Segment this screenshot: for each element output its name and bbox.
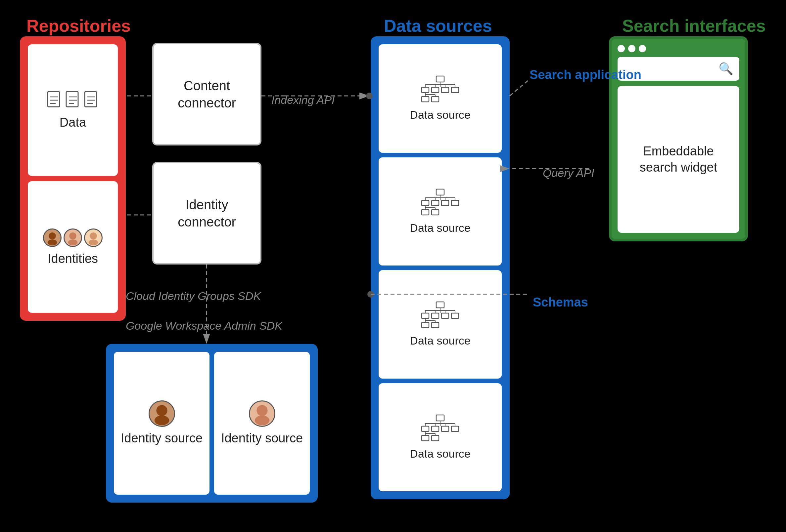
svg-rect-19 xyxy=(422,87,429,93)
document-icons xyxy=(46,91,99,111)
doc-icon-2 xyxy=(65,91,81,111)
svg-rect-58 xyxy=(432,313,439,318)
svg-rect-61 xyxy=(422,322,429,328)
identities-label: Identities xyxy=(48,251,98,266)
identity-face-2 xyxy=(249,401,275,427)
svg-rect-57 xyxy=(422,313,429,318)
schemas-label: Schemas xyxy=(533,294,588,311)
face-1 xyxy=(43,228,62,247)
hierarchy-icon-1 xyxy=(420,75,460,105)
svg-point-16 xyxy=(90,232,97,239)
svg-rect-40 xyxy=(441,200,449,205)
svg-rect-22 xyxy=(452,87,459,93)
svg-rect-62 xyxy=(432,322,439,328)
svg-point-14 xyxy=(69,232,76,239)
identitysource-label-1: Identity source xyxy=(121,431,203,446)
svg-rect-39 xyxy=(432,200,439,205)
data-box: Data xyxy=(28,44,118,176)
widget-label: Embeddable search widget xyxy=(623,143,734,176)
svg-rect-4 xyxy=(66,92,78,107)
svg-line-106 xyxy=(510,79,530,96)
identitysource-label-2: Identity source xyxy=(221,431,303,446)
svg-rect-37 xyxy=(436,189,444,195)
datasource-box-1: Data source xyxy=(378,44,502,153)
svg-rect-75 xyxy=(436,415,444,421)
search-dot-1 xyxy=(618,45,625,52)
svg-rect-21 xyxy=(441,87,449,93)
hierarchy-icon-2 xyxy=(420,189,460,218)
datasource-label-1: Data source xyxy=(410,108,470,121)
content-connector-box: Contentconnector xyxy=(152,43,261,145)
svg-rect-80 xyxy=(422,435,429,441)
svg-rect-18 xyxy=(436,76,444,82)
identity-connector-label: Identityconnector xyxy=(178,196,236,231)
identity-face-1 xyxy=(148,401,175,427)
svg-point-15 xyxy=(68,239,78,245)
svg-point-13 xyxy=(48,239,57,245)
svg-rect-42 xyxy=(422,210,429,215)
svg-rect-0 xyxy=(48,92,60,107)
face-3 xyxy=(84,228,102,247)
svg-rect-60 xyxy=(452,313,459,318)
data-label: Data xyxy=(60,115,86,129)
svg-rect-8 xyxy=(85,92,97,107)
repositories-label: Repositories xyxy=(26,16,131,36)
datasource-box-3: Data source xyxy=(378,270,502,379)
face-2 xyxy=(64,228,82,247)
hierarchy-icon-3 xyxy=(420,301,460,331)
widget-box: Embeddable search widget xyxy=(618,86,739,233)
search-icon: 🔍 xyxy=(718,62,733,76)
identities-box: Identities xyxy=(28,181,118,313)
svg-point-97 xyxy=(254,416,269,426)
diagram-container: Repositories Data sources Search interfa… xyxy=(0,0,786,532)
svg-rect-43 xyxy=(432,210,439,215)
svg-point-94 xyxy=(156,405,167,416)
doc-icon-1 xyxy=(46,91,62,111)
svg-rect-76 xyxy=(422,426,429,432)
datasources-box: Data source xyxy=(371,37,510,499)
identitysource-box-2: Identity source xyxy=(214,352,310,494)
search-dot-2 xyxy=(628,45,635,52)
datasource-label-4: Data source xyxy=(410,448,470,460)
datasource-box-4: Data source xyxy=(378,383,502,492)
content-connector-label: Contentconnector xyxy=(178,77,236,112)
svg-rect-20 xyxy=(432,87,439,93)
query-api-label: Query API xyxy=(543,165,594,181)
datasource-label-3: Data source xyxy=(410,334,470,347)
doc-icon-3 xyxy=(84,91,99,111)
svg-rect-79 xyxy=(452,426,459,432)
searchinterfaces-label: Search interfaces xyxy=(622,16,766,36)
svg-point-96 xyxy=(256,405,268,416)
svg-rect-23 xyxy=(422,97,429,102)
hierarchy-icon-4 xyxy=(420,414,460,444)
cloud-identity-label: Cloud Identity Groups SDK xyxy=(126,288,261,305)
indexing-api-label: Indexing API xyxy=(271,93,335,107)
repositories-box: Data xyxy=(20,37,126,321)
identitysources-box: Identity source Identity source xyxy=(106,344,318,503)
svg-point-95 xyxy=(154,416,169,426)
search-dot-3 xyxy=(639,45,646,52)
svg-rect-41 xyxy=(452,200,459,205)
svg-point-17 xyxy=(89,239,98,245)
identitysource-box-1: Identity source xyxy=(114,352,209,494)
google-workspace-label: Google Workspace Admin SDK xyxy=(126,317,282,334)
svg-rect-38 xyxy=(422,200,429,205)
search-application-label: Search application xyxy=(530,66,641,83)
datasource-box-2: Data source xyxy=(378,158,502,266)
identity-connector-box: Identityconnector xyxy=(152,162,261,265)
search-top-bar xyxy=(618,45,739,52)
svg-rect-81 xyxy=(432,435,439,441)
svg-rect-56 xyxy=(436,302,444,308)
datasource-label-2: Data source xyxy=(410,221,470,235)
svg-rect-24 xyxy=(432,97,439,102)
svg-rect-59 xyxy=(441,313,449,318)
face-icons xyxy=(43,228,102,247)
svg-point-12 xyxy=(49,232,55,239)
svg-rect-77 xyxy=(432,426,439,432)
svg-rect-78 xyxy=(441,426,449,432)
datasources-label: Data sources xyxy=(384,16,492,36)
